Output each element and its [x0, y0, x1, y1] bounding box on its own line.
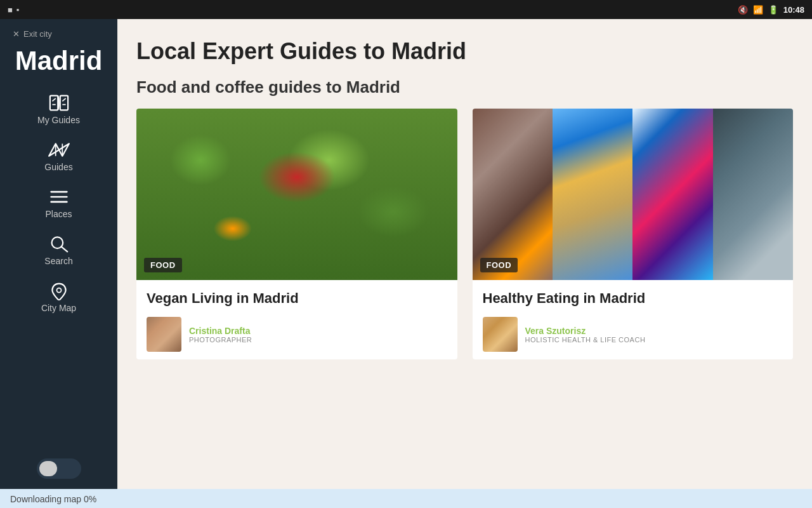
search-icon: [48, 234, 70, 253]
city-map-label: City Map: [41, 303, 76, 313]
download-bar: Downloading map 0%: [0, 489, 812, 508]
exit-city-label: Exit city: [23, 29, 52, 39]
food-badge-1: FOOD: [144, 258, 182, 272]
author-name-1: Cristina Drafta: [189, 326, 252, 336]
sidebar-item-guides[interactable]: Guides: [0, 133, 117, 180]
sidebar-item-my-guides[interactable]: My Guides: [0, 86, 117, 133]
author-role-2: HOLISTIC HEALTH & LIFE COACH: [525, 336, 646, 344]
wifi-icon: 📶: [753, 5, 763, 15]
guides-grid: FOOD Vegan Living in Madrid Cristina Dra…: [136, 109, 793, 359]
author-name-2: Vera Szutorisz: [525, 326, 646, 336]
download-label: Downloading map 0%: [10, 494, 96, 504]
book-icon: [48, 93, 70, 112]
status-icons-left: ■ ▪: [8, 5, 19, 15]
list-icon: [48, 187, 70, 206]
section-title: Food and coffee guides to Madrid: [136, 77, 793, 97]
sidebar: ✕ Exit city Madrid My Guides: [0, 19, 117, 489]
sidebar-item-search[interactable]: Search: [0, 227, 117, 274]
food-badge-2: FOOD: [480, 258, 518, 272]
guide-title-1: Vegan Living in Madrid: [147, 290, 447, 307]
my-guides-label: My Guides: [37, 115, 80, 125]
city-name: Madrid: [9, 43, 109, 86]
guide-title-2: Healthy Eating in Madrid: [483, 290, 783, 307]
svg-marker-2: [49, 144, 69, 156]
close-icon: ✕: [13, 29, 20, 39]
battery-icon: 🔋: [768, 5, 778, 15]
mosaic-cell-3: [632, 109, 712, 280]
guide-image-1: FOOD: [136, 109, 457, 280]
svg-rect-0: [49, 96, 57, 110]
mosaic-cell-1: [473, 109, 553, 280]
status-time: 10:48: [783, 5, 804, 15]
sidebar-item-city-map[interactable]: City Map: [0, 274, 117, 321]
exit-city-button[interactable]: ✕ Exit city: [0, 25, 117, 43]
guide-author-1: Cristina Drafta PHOTOGRAPHER: [147, 317, 447, 352]
mute-icon: 🔇: [738, 5, 748, 15]
guide-image-2: FOOD: [473, 109, 794, 280]
guide-info-2: Healthy Eating in Madrid Vera Szutorisz …: [473, 280, 794, 359]
main-content: Local Expert Guides to Madrid Food and c…: [117, 19, 812, 489]
svg-line-9: [61, 247, 67, 252]
guide-author-2: Vera Szutorisz HOLISTIC HEALTH & LIFE CO…: [483, 317, 783, 352]
author-info-2: Vera Szutorisz HOLISTIC HEALTH & LIFE CO…: [525, 326, 646, 344]
guides-label: Guides: [44, 162, 72, 172]
guide-card-2[interactable]: FOOD Healthy Eating in Madrid Vera Szuto…: [473, 109, 794, 359]
author-role-1: PHOTOGRAPHER: [189, 336, 252, 344]
salad-image: [136, 109, 457, 280]
guide-card-1[interactable]: FOOD Vegan Living in Madrid Cristina Dra…: [136, 109, 457, 359]
sidebar-item-places[interactable]: Places: [0, 180, 117, 227]
map-icon: [48, 140, 70, 159]
page-title: Local Expert Guides to Madrid: [136, 38, 793, 65]
author-avatar-2: [483, 317, 518, 352]
guide-info-1: Vegan Living in Madrid Cristina Drafta P…: [136, 280, 457, 359]
search-label: Search: [44, 256, 72, 266]
toggle-switch[interactable]: [37, 458, 81, 479]
places-label: Places: [45, 209, 72, 219]
status-bar: ■ ▪ 🔇 📶 🔋 10:48: [0, 0, 812, 19]
pin-icon: [48, 281, 70, 300]
toggle-knob: [39, 461, 57, 476]
svg-point-10: [56, 288, 61, 293]
mosaic-cell-2: [553, 109, 632, 280]
mosaic-image: [473, 109, 794, 280]
author-avatar-1: [147, 317, 181, 352]
mosaic-cell-4: [713, 109, 793, 280]
app-icon-1: ■: [8, 5, 13, 15]
svg-rect-1: [60, 96, 67, 110]
app-icon-2: ▪: [16, 5, 20, 15]
author-info-1: Cristina Drafta PHOTOGRAPHER: [189, 326, 252, 344]
